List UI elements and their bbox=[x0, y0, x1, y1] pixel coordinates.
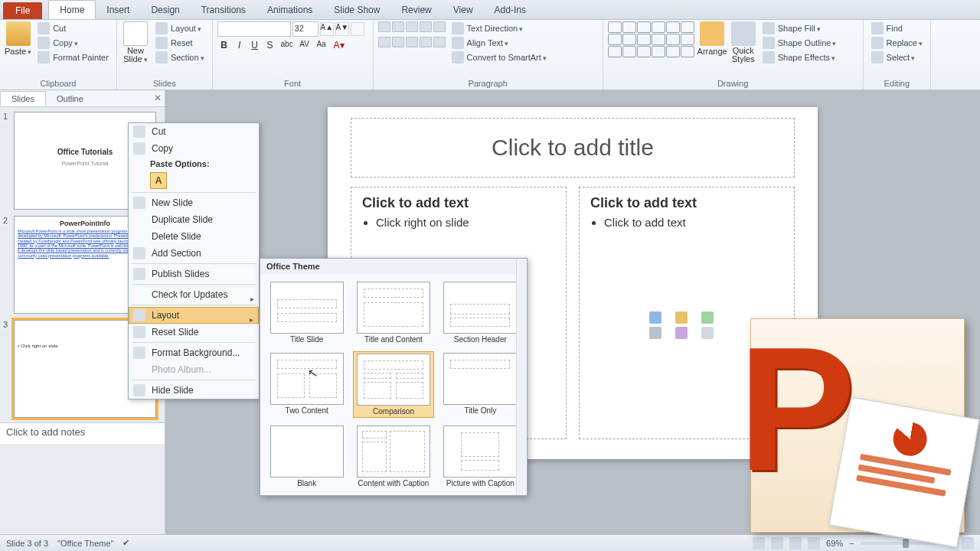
tab-slideshow[interactable]: Slide Show bbox=[323, 1, 390, 19]
section-button[interactable]: Section bbox=[152, 51, 207, 64]
align-center-button[interactable] bbox=[392, 37, 404, 47]
spellcheck-icon[interactable]: ✔ bbox=[122, 538, 129, 548]
replace-button[interactable]: Replace bbox=[868, 36, 926, 50]
arrange-button[interactable]: Arrange bbox=[697, 21, 727, 56]
ctx-format-bg[interactable]: Format Background... bbox=[129, 344, 259, 361]
tab-addins[interactable]: Add-Ins bbox=[484, 1, 537, 19]
paste-button[interactable]: Paste bbox=[5, 21, 31, 56]
numbering-button[interactable] bbox=[392, 21, 404, 32]
format-painter-button[interactable]: Format Painter bbox=[34, 51, 112, 64]
ctx-del-slide[interactable]: Delete Slide bbox=[129, 228, 259, 245]
layout-title-only[interactable]: Title Only bbox=[440, 351, 521, 418]
smartart-button[interactable]: Convert to SmartArt bbox=[449, 51, 550, 64]
quick-styles-button[interactable]: Quick Styles bbox=[730, 21, 756, 64]
shape-outline-button[interactable]: Shape Outline bbox=[760, 36, 840, 50]
view-sorter-icon[interactable] bbox=[771, 537, 783, 549]
font-size-select[interactable]: 32 bbox=[292, 21, 318, 37]
insert-smartart-icon[interactable] bbox=[701, 311, 714, 324]
font-family-select[interactable] bbox=[217, 21, 291, 37]
bold-button[interactable]: B bbox=[217, 40, 231, 51]
pane-close-icon[interactable]: ✕ bbox=[154, 93, 162, 103]
insert-picture-icon[interactable] bbox=[649, 327, 662, 339]
font-color-button[interactable]: A▾ bbox=[331, 40, 348, 51]
underline-button[interactable]: U bbox=[248, 40, 262, 51]
ctx-hide-slide[interactable]: Hide Slide bbox=[129, 382, 259, 399]
tab-animations[interactable]: Animations bbox=[256, 1, 323, 19]
tab-view[interactable]: View bbox=[443, 1, 484, 19]
layout-picture-caption[interactable]: Picture with Caption bbox=[440, 424, 521, 489]
insert-table-icon[interactable] bbox=[649, 311, 662, 324]
replace-icon bbox=[871, 37, 884, 49]
flyout-scrollbar[interactable] bbox=[516, 259, 527, 495]
tab-review[interactable]: Review bbox=[390, 1, 442, 19]
view-reading-icon[interactable] bbox=[789, 537, 802, 549]
italic-button[interactable]: I bbox=[233, 40, 247, 51]
align-text-button[interactable]: Align Text bbox=[449, 36, 550, 50]
group-label-clipboard: Clipboard bbox=[5, 78, 112, 89]
align-right-button[interactable] bbox=[406, 37, 418, 47]
layout-section-header[interactable]: Section Header bbox=[440, 280, 521, 345]
layout-two-content[interactable]: Two Content bbox=[266, 351, 347, 418]
find-button[interactable]: Find bbox=[868, 21, 926, 35]
tab-home[interactable]: Home bbox=[48, 0, 96, 19]
shapes-gallery[interactable] bbox=[608, 21, 694, 57]
linespacing-button[interactable] bbox=[433, 21, 446, 32]
insert-chart-icon[interactable] bbox=[675, 311, 688, 324]
indent-dec-button[interactable] bbox=[406, 21, 418, 32]
grow-font-icon[interactable]: A▲ bbox=[320, 22, 334, 36]
text-direction-button[interactable]: Text Direction bbox=[449, 21, 550, 35]
shape-effects-button[interactable]: Shape Effects bbox=[760, 51, 840, 64]
zoom-out-button[interactable]: − bbox=[849, 539, 854, 548]
bullets-button[interactable] bbox=[378, 21, 390, 32]
title-placeholder[interactable]: Click to add title bbox=[351, 118, 795, 178]
ctx-add-section[interactable]: Add Section bbox=[129, 245, 259, 262]
group-drawing: Arrange Quick Styles Shape Fill Shape Ou… bbox=[603, 20, 864, 90]
new-slide-button[interactable]: New Slide bbox=[122, 21, 149, 64]
fit-window-icon[interactable] bbox=[962, 537, 974, 549]
insert-media-icon[interactable] bbox=[701, 327, 714, 339]
tab-transitions[interactable]: Transitions bbox=[191, 1, 256, 19]
group-font: 32 A▲ A▼ B I U S abc AV Aa A▾ Font bbox=[213, 20, 374, 90]
shrink-font-icon[interactable]: A▼ bbox=[335, 22, 349, 36]
layout-blank[interactable]: Blank bbox=[266, 424, 347, 489]
ctx-paste-opts-label: Paste Options: bbox=[129, 157, 259, 171]
pane-tab-slides[interactable]: Slides bbox=[0, 91, 46, 106]
layout-comparison[interactable]: Comparison bbox=[353, 351, 433, 418]
ctx-updates[interactable]: Check for Updates bbox=[129, 286, 259, 303]
tab-design[interactable]: Design bbox=[140, 1, 190, 19]
ctx-copy[interactable]: Copy bbox=[129, 140, 259, 157]
layout-title-content[interactable]: Title and Content bbox=[353, 280, 433, 345]
cut-button[interactable]: Cut bbox=[34, 21, 112, 35]
insert-clipart-icon[interactable] bbox=[675, 327, 688, 339]
shape-fill-button[interactable]: Shape Fill bbox=[760, 21, 840, 35]
notes-area[interactable]: Click to add notes bbox=[0, 422, 165, 444]
columns-button[interactable] bbox=[433, 37, 446, 47]
ctx-reset[interactable]: Reset Slide bbox=[129, 324, 259, 341]
indent-inc-button[interactable] bbox=[420, 21, 432, 32]
ctx-dup-slide[interactable]: Duplicate Slide bbox=[129, 211, 259, 228]
case-button[interactable]: Aa bbox=[314, 40, 329, 51]
select-button[interactable]: Select bbox=[868, 51, 926, 64]
ctx-new-slide[interactable]: New Slide bbox=[129, 194, 259, 211]
ctx-publish[interactable]: Publish Slides bbox=[129, 266, 259, 282]
view-normal-icon[interactable] bbox=[753, 537, 765, 549]
layout-title-slide[interactable]: Title Slide bbox=[266, 280, 347, 345]
justify-button[interactable] bbox=[420, 37, 432, 47]
reset-button[interactable]: Reset bbox=[152, 36, 207, 50]
tab-file[interactable]: File bbox=[3, 2, 42, 19]
ctx-layout[interactable]: Layout bbox=[129, 307, 259, 324]
copy-button[interactable]: Copy bbox=[34, 36, 112, 50]
layout-button[interactable]: Layout bbox=[152, 21, 207, 35]
align-left-button[interactable] bbox=[378, 37, 390, 47]
status-slide: Slide 3 of 3 bbox=[6, 539, 48, 548]
tab-insert[interactable]: Insert bbox=[96, 1, 140, 19]
view-slideshow-icon[interactable] bbox=[808, 537, 820, 549]
ctx-cut[interactable]: Cut bbox=[129, 123, 259, 140]
layout-content-caption[interactable]: Content with Caption bbox=[353, 424, 433, 489]
pane-tab-outline[interactable]: Outline bbox=[46, 92, 94, 106]
clear-format-icon[interactable] bbox=[351, 22, 364, 36]
spacing-button[interactable]: AV bbox=[297, 40, 312, 51]
strike-button[interactable]: S bbox=[263, 40, 277, 51]
ctx-paste-keep-text[interactable]: A bbox=[150, 172, 167, 189]
shadow-button[interactable]: abc bbox=[279, 40, 296, 51]
